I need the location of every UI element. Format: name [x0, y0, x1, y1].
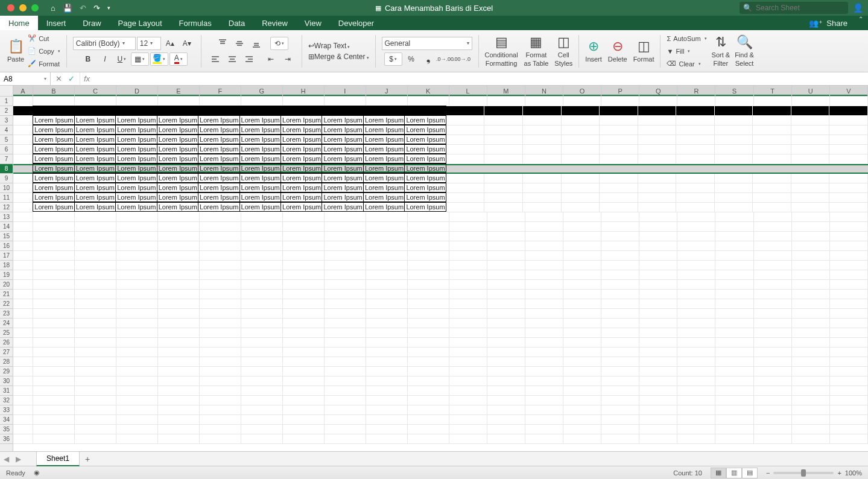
cell[interactable] — [408, 347, 449, 357]
cell[interactable] — [484, 193, 523, 203]
format-button[interactable]: ◫Format — [633, 39, 654, 62]
cell[interactable] — [283, 376, 325, 386]
cell[interactable] — [158, 347, 200, 357]
cell[interactable] — [158, 232, 200, 241]
cell[interactable] — [523, 135, 562, 145]
cell[interactable]: Lorem Ipsum — [404, 173, 446, 183]
cell[interactable] — [75, 241, 116, 251]
cell[interactable] — [525, 232, 563, 241]
cell[interactable] — [366, 434, 408, 444]
cell[interactable] — [158, 251, 200, 261]
cell[interactable] — [33, 347, 75, 357]
cell[interactable] — [283, 425, 325, 434]
user-icon[interactable]: 👤 — [853, 3, 863, 13]
cell[interactable] — [677, 270, 715, 280]
cell[interactable]: Lorem Ipsum — [322, 144, 363, 154]
cell[interactable] — [600, 125, 638, 135]
decrease-decimal-button[interactable]: .00→.0 — [454, 52, 470, 66]
cell[interactable] — [325, 309, 366, 319]
cell[interactable] — [13, 280, 33, 290]
cell[interactable] — [325, 232, 366, 241]
cell[interactable] — [75, 347, 116, 357]
cell[interactable] — [830, 232, 868, 241]
cell[interactable]: Lorem Ipsum — [239, 125, 281, 135]
cell[interactable] — [158, 290, 200, 299]
cell[interactable] — [13, 116, 33, 125]
cell[interactable]: Lorem Ipsum — [322, 202, 363, 212]
cell[interactable] — [754, 251, 792, 261]
sheet-tab[interactable]: Sheet1 — [36, 452, 80, 466]
cell[interactable] — [563, 376, 601, 386]
cell[interactable] — [366, 367, 408, 376]
cell[interactable]: Lorem Ipsum — [363, 202, 405, 212]
cell[interactable] — [563, 396, 601, 405]
cell[interactable] — [13, 357, 33, 367]
cell[interactable]: Lorem Ipsum — [33, 125, 74, 135]
cell[interactable] — [487, 222, 525, 232]
cell[interactable] — [158, 319, 200, 328]
cell[interactable] — [792, 232, 830, 241]
italic-button[interactable]: I — [97, 52, 113, 66]
cell[interactable] — [449, 261, 487, 270]
decrease-font-button[interactable]: A▾ — [179, 37, 195, 50]
cell[interactable] — [523, 203, 562, 212]
cell[interactable] — [487, 434, 525, 444]
column-header-H[interactable]: H — [283, 86, 325, 96]
row-header-6[interactable]: 6 — [0, 145, 13, 154]
cell[interactable] — [13, 347, 33, 357]
cell[interactable] — [830, 222, 868, 232]
row-header-32[interactable]: 32 — [0, 396, 13, 405]
conditional-formatting-button[interactable]: ▤ConditionalFormatting — [485, 35, 518, 66]
cell[interactable] — [283, 367, 325, 376]
cell[interactable] — [638, 164, 677, 174]
cell[interactable] — [639, 222, 677, 232]
row-header-27[interactable]: 27 — [0, 347, 13, 357]
cell[interactable]: Lorem Ipsum — [239, 202, 281, 212]
cell[interactable]: Lorem Ipsum — [280, 173, 322, 183]
cell[interactable]: Lorem Ipsum — [280, 163, 322, 173]
spreadsheet-grid[interactable]: ABCDEFGHIJKLMNOPQRSTUV 12345678910111213… — [0, 86, 868, 451]
cell[interactable] — [325, 222, 366, 232]
cell[interactable] — [283, 290, 325, 299]
cell[interactable] — [525, 367, 563, 376]
cell[interactable] — [638, 145, 677, 154]
cell[interactable] — [75, 319, 116, 328]
cell[interactable] — [676, 174, 715, 183]
cell[interactable] — [676, 164, 715, 174]
cell[interactable] — [325, 415, 366, 425]
cell[interactable] — [75, 251, 116, 261]
cell[interactable]: Lorem Ipsum — [74, 183, 116, 192]
cell[interactable] — [75, 357, 116, 367]
cell[interactable] — [638, 125, 677, 135]
cell[interactable] — [408, 212, 449, 222]
cell[interactable] — [754, 386, 792, 396]
cell[interactable]: Lorem Ipsum — [363, 183, 405, 192]
cell[interactable] — [792, 241, 830, 251]
cell[interactable] — [754, 328, 792, 338]
cell[interactable] — [715, 338, 753, 347]
cell[interactable] — [754, 261, 792, 270]
cell[interactable]: Lorem Ipsum — [157, 163, 198, 173]
cell[interactable] — [677, 434, 715, 444]
cell[interactable] — [13, 338, 33, 347]
cell[interactable] — [241, 299, 283, 309]
share-button[interactable]: 👥⁺ Share — [803, 16, 854, 30]
cell[interactable] — [753, 154, 791, 164]
cell[interactable] — [116, 347, 158, 357]
cell[interactable] — [563, 386, 601, 396]
cell[interactable]: Lorem Ipsum — [363, 135, 405, 144]
cell[interactable] — [830, 97, 868, 106]
cell[interactable] — [563, 425, 601, 434]
cell[interactable] — [639, 280, 677, 290]
cell[interactable] — [158, 212, 200, 222]
cell[interactable] — [639, 425, 677, 434]
cell[interactable] — [116, 299, 158, 309]
cell[interactable] — [116, 290, 158, 299]
cell[interactable] — [563, 434, 601, 444]
cell[interactable] — [115, 106, 157, 115]
cell[interactable] — [715, 357, 753, 367]
cell[interactable] — [198, 106, 239, 115]
cell[interactable] — [562, 164, 600, 174]
cell[interactable] — [600, 106, 638, 116]
page-break-view-button[interactable]: ▤ — [742, 468, 758, 478]
